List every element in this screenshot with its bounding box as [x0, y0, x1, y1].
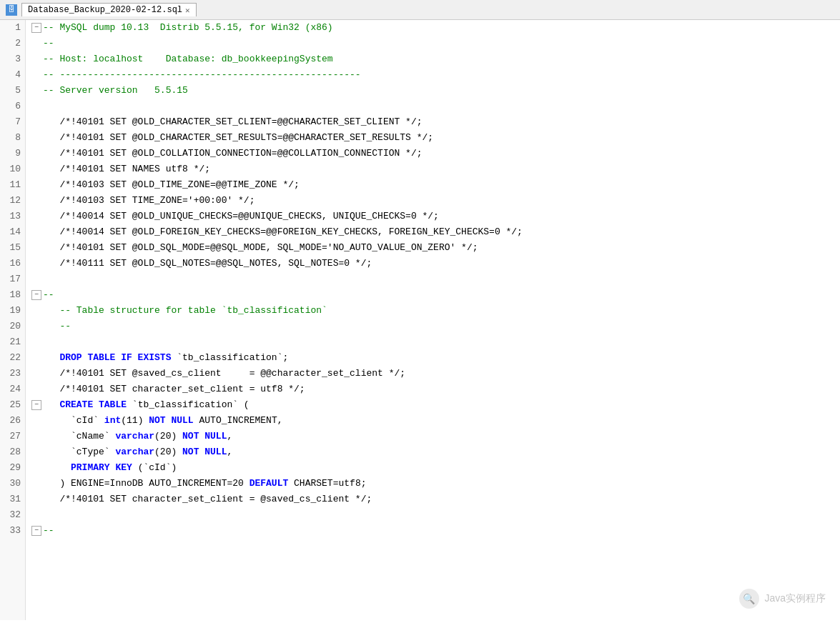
code-line — [31, 507, 840, 523]
code-token: AUTO_INCREMENT, — [194, 413, 283, 429]
code-token: `cType` — [43, 444, 115, 460]
code-token: `tb_classification`; — [171, 350, 288, 366]
tab-close-button[interactable]: ✕ — [185, 6, 190, 15]
code-line: /*!40101 SET @OLD_SQL_MODE=@@SQL_MODE, S… — [31, 240, 840, 256]
code-token: /*!40101 SET character_set_client = utf8… — [43, 382, 305, 397]
code-token: /*!40101 SET @saved_cs_client = @@charac… — [43, 366, 405, 382]
line-numbers: 1234567891011121314151617181920212223242… — [0, 20, 26, 620]
code-token: , — [227, 429, 232, 444]
code-token: -- — [43, 523, 54, 539]
fold-icon[interactable]: − — [31, 526, 41, 536]
code-token: ) ENGINE=InnoDB AUTO_INCREMENT=20 — [43, 476, 249, 492]
code-line: /*!40101 SET @OLD_CHARACTER_SET_CLIENT=@… — [31, 114, 840, 130]
code-content[interactable]: −-- MySQL dump 10.13 Distrib 5.5.15, for… — [26, 20, 840, 620]
code-token: /*!40014 SET @OLD_UNIQUE_CHECKS=@@UNIQUE… — [43, 209, 439, 224]
code-token: /*!40101 SET @OLD_COLLATION_CONNECTION=@… — [43, 146, 423, 161]
code-line: /*!40101 SET @OLD_COLLATION_CONNECTION=@… — [31, 146, 840, 161]
file-tab[interactable]: Database_Backup_2020-02-12.sql ✕ — [21, 3, 197, 16]
code-line — [31, 271, 840, 287]
code-token: /*!40101 SET @OLD_CHARACTER_SET_CLIENT=@… — [43, 114, 423, 130]
line-number: 32 — [0, 507, 25, 523]
code-token: -- — [43, 319, 71, 334]
code-line: ) ENGINE=InnoDB AUTO_INCREMENT=20 DEFAUL… — [31, 476, 840, 492]
code-token — [43, 460, 71, 476]
line-number: 31 — [0, 492, 25, 507]
code-token: DROP TABLE IF EXISTS — [59, 350, 171, 366]
tab-label: Database_Backup_2020-02-12.sql — [28, 5, 182, 15]
line-number: 2 — [0, 36, 25, 51]
code-line: PRIMARY KEY (`cId`) — [31, 460, 840, 476]
code-token: /*!40103 SET TIME_ZONE='+00:00' */; — [43, 193, 255, 209]
code-line: `cId` int(11) NOT NULL AUTO_INCREMENT, — [31, 413, 840, 429]
code-token: int — [104, 413, 121, 429]
code-token: CREATE TABLE — [59, 397, 127, 413]
code-token: (11) — [121, 413, 149, 429]
code-token: , — [227, 444, 232, 460]
code-line: `cName` varchar(20) NOT NULL, — [31, 429, 840, 444]
line-number: 26 — [0, 413, 25, 429]
code-token — [43, 350, 59, 366]
line-number: 11 — [0, 177, 25, 193]
fold-icon[interactable]: − — [31, 23, 41, 33]
code-token: /*!40101 SET character_set_client = @sav… — [43, 492, 372, 507]
title-bar: 🗄 Database_Backup_2020-02-12.sql ✕ — [0, 0, 840, 20]
line-number: 12 — [0, 193, 25, 209]
code-line — [31, 99, 840, 114]
line-number: 19 — [0, 303, 25, 319]
code-line: /*!40101 SET @OLD_CHARACTER_SET_RESULTS=… — [31, 130, 840, 146]
code-token: NOT NULL — [149, 413, 193, 429]
code-token: /*!40101 SET NAMES utf8 */; — [43, 161, 210, 177]
line-number: 3 — [0, 51, 25, 67]
code-token: /*!40014 SET @OLD_FOREIGN_KEY_CHECKS=@@F… — [43, 224, 523, 240]
code-line: − CREATE TABLE `tb_classification` ( — [31, 397, 840, 413]
code-line: -- — [31, 319, 840, 334]
code-line: −-- — [31, 523, 840, 539]
line-number: 25 — [0, 397, 25, 413]
code-token: `cName` — [43, 429, 115, 444]
code-line: -- Table structure for table `tb_classif… — [31, 303, 840, 319]
code-line: `cType` varchar(20) NOT NULL, — [31, 444, 840, 460]
code-line: −-- — [31, 287, 840, 303]
code-token: /*!40103 SET @OLD_TIME_ZONE=@@TIME_ZONE … — [43, 177, 300, 193]
line-number: 4 — [0, 67, 25, 83]
line-number: 10 — [0, 161, 25, 177]
line-number: 29 — [0, 460, 25, 476]
db-icon: 🗄 — [6, 4, 17, 16]
code-line: /*!40103 SET TIME_ZONE='+00:00' */; — [31, 193, 840, 209]
code-line: -- — [31, 36, 840, 51]
line-number: 9 — [0, 146, 25, 161]
code-token: /*!40111 SET @OLD_SQL_NOTES=@@SQL_NOTES,… — [43, 256, 372, 271]
code-token: (20) — [154, 429, 182, 444]
code-token: NOT NULL — [182, 429, 227, 444]
code-token: -- Server version 5.5.15 — [43, 83, 188, 99]
code-token: -- -------------------------------------… — [43, 67, 361, 83]
line-number: 20 — [0, 319, 25, 334]
code-token: varchar — [115, 429, 154, 444]
line-number: 21 — [0, 334, 25, 350]
line-number: 13 — [0, 209, 25, 224]
line-number: 6 — [0, 99, 25, 114]
code-token: CHARSET=utf8; — [288, 476, 366, 492]
line-number: 14 — [0, 224, 25, 240]
code-token: -- Table structure for table `tb_classif… — [43, 303, 327, 319]
code-line: /*!40101 SET NAMES utf8 */; — [31, 161, 840, 177]
fold-icon[interactable]: − — [31, 290, 41, 300]
code-line: /*!40101 SET @saved_cs_client = @@charac… — [31, 366, 840, 382]
code-token: -- Host: localhost Database: db_bookkeep… — [43, 51, 333, 67]
code-line: -- Server version 5.5.15 — [31, 83, 840, 99]
code-line: /*!40101 SET character_set_client = @sav… — [31, 492, 840, 507]
code-token: varchar — [115, 444, 154, 460]
code-token: PRIMARY KEY — [71, 460, 132, 476]
code-token: DEFAULT — [249, 476, 289, 492]
code-token — [43, 397, 59, 413]
code-token: -- — [43, 36, 54, 51]
code-line: /*!40101 SET character_set_client = utf8… — [31, 382, 840, 397]
line-number: 22 — [0, 350, 25, 366]
code-token: /*!40101 SET @OLD_CHARACTER_SET_RESULTS=… — [43, 130, 433, 146]
code-token: `tb_classification` ( — [127, 397, 249, 413]
line-number: 15 — [0, 240, 25, 256]
line-number: 17 — [0, 271, 25, 287]
code-line: /*!40014 SET @OLD_UNIQUE_CHECKS=@@UNIQUE… — [31, 209, 840, 224]
fold-icon[interactable]: − — [31, 400, 41, 410]
line-number: 16 — [0, 256, 25, 271]
